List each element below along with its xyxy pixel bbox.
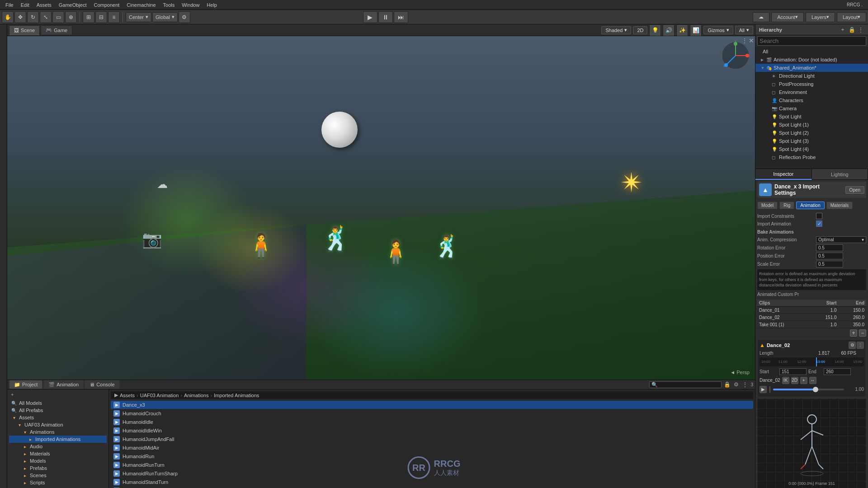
- bread-add-icon[interactable]: ▶: [114, 392, 118, 398]
- tab-lighting[interactable]: Lighting: [812, 169, 868, 180]
- layout-dropdown[interactable]: Layout ▾: [837, 12, 866, 22]
- asset-item-2[interactable]: ▶ HumanoidIdle: [111, 418, 753, 426]
- breadcrumb-imported[interactable]: Imported Animations: [214, 393, 259, 398]
- tab-game[interactable]: 🎮 Game: [41, 25, 72, 35]
- dance02-play-button[interactable]: ▶: [760, 386, 767, 393]
- scale-tool-button[interactable]: ⤡: [40, 11, 52, 23]
- hier-shared-animation[interactable]: ▼ 🎭 Shared_Animation*: [755, 64, 868, 72]
- hier-spot-light-3[interactable]: 💡 Spot Light (3): [755, 137, 868, 145]
- hier-spot-light-2[interactable]: 💡 Spot Light (2): [755, 129, 868, 137]
- import-animation-checkbox[interactable]: ✓: [816, 221, 822, 227]
- hier-camera[interactable]: 📷 Camera: [755, 104, 868, 113]
- dance02-progress-bar[interactable]: [773, 389, 844, 390]
- menu-file[interactable]: File: [2, 0, 17, 10]
- tab-inspector[interactable]: Inspector: [755, 169, 812, 180]
- lock-icon[interactable]: 🔒: [723, 381, 731, 388]
- breadcrumb-animations[interactable]: Animations: [184, 393, 208, 398]
- viewport-menu-icon[interactable]: ⋮: [741, 37, 748, 44]
- menu-component[interactable]: Component: [90, 0, 123, 10]
- hierarchy-add-icon[interactable]: +: [839, 26, 846, 33]
- cloud-collab-button[interactable]: ☁: [753, 12, 769, 22]
- dance02-add-icon[interactable]: +: [800, 377, 807, 384]
- tab-scene[interactable]: 🖼 Scene: [9, 25, 40, 35]
- viewport-gizmo[interactable]: Y X Z: [720, 40, 751, 71]
- proj-models[interactable]: ▸ Models: [9, 457, 107, 465]
- asset-item-4[interactable]: ▶ HumanoidJumpAndFall: [111, 435, 753, 443]
- clips-add-button[interactable]: +: [850, 329, 857, 337]
- menu-cinemachine[interactable]: Cinemachine: [123, 0, 159, 10]
- proj-prefabs[interactable]: ▸ Prefabs: [9, 465, 107, 472]
- breadcrumb-uaf03[interactable]: UAF03 Animation: [140, 393, 179, 398]
- proj-all-models[interactable]: 🔍 All Models: [9, 399, 107, 407]
- rect-tool-button[interactable]: ▭: [52, 11, 64, 23]
- 2d-button-small[interactable]: 2D: [791, 377, 798, 384]
- audio-toggle-button[interactable]: 🔊: [663, 24, 675, 36]
- shaded-dropdown[interactable]: Shaded ▾: [601, 26, 631, 34]
- end-input[interactable]: [824, 368, 851, 375]
- snap-button[interactable]: ⊞: [83, 11, 94, 23]
- viewport[interactable]: 🧍 🕺 🧍 🕺 ✴ 📷 ☁: [7, 36, 755, 380]
- hierarchy-search[interactable]: [757, 36, 866, 46]
- scale-error-input[interactable]: [816, 261, 843, 267]
- proj-animations[interactable]: ▾ Animations: [9, 428, 107, 436]
- step-button[interactable]: ⏭: [394, 11, 408, 23]
- global-dropdown[interactable]: Global ▾: [152, 12, 178, 22]
- tab-console[interactable]: 🖥 Console: [85, 380, 119, 389]
- proj-add-button[interactable]: +: [9, 391, 107, 398]
- proj-settings[interactable]: ▸ Settings: [9, 486, 107, 488]
- 2d-button[interactable]: 2D: [633, 26, 647, 34]
- ik-button[interactable]: IK: [782, 377, 789, 384]
- hierarchy-lock-icon[interactable]: 🔒: [848, 26, 855, 33]
- center-dropdown[interactable]: Center ▾: [126, 12, 151, 22]
- start-input[interactable]: [779, 368, 807, 375]
- all-dropdown[interactable]: All ▾: [735, 26, 753, 34]
- stats-toggle-button[interactable]: 📊: [690, 24, 702, 36]
- menu-window[interactable]: Window: [178, 0, 203, 10]
- effects-toggle-button[interactable]: ✨: [676, 24, 688, 36]
- hier-spot-light-1[interactable]: 💡 Spot Light (1): [755, 121, 868, 129]
- proj-audio[interactable]: ▸ Audio: [9, 443, 107, 450]
- dance02-settings-icon[interactable]: ⚙: [849, 342, 856, 349]
- asset-item-5[interactable]: ▶ HumanoidMidAir: [111, 444, 753, 452]
- play-button[interactable]: ▶: [363, 11, 377, 23]
- hier-postprocessing[interactable]: ◻ PostProcessing: [755, 80, 868, 88]
- asset-item-1[interactable]: ▶ HumanoidCrouch: [111, 409, 753, 418]
- hier-animation-door[interactable]: ▶ 🎬 Animation: Door (not loaded): [755, 56, 868, 64]
- menu-gameobject[interactable]: GameObject: [55, 0, 90, 10]
- model-tab-rig[interactable]: Rig: [779, 202, 794, 209]
- open-button[interactable]: Open: [845, 186, 864, 194]
- custom-tool-button[interactable]: ⚙: [179, 11, 190, 23]
- hier-spot-light[interactable]: 💡 Spot Light: [755, 113, 868, 121]
- dance02-timeline[interactable]: 10:00 11:00 12:00 13:00 14:00 15:00: [760, 357, 864, 366]
- hierarchy-more-icon[interactable]: ⋮: [857, 26, 864, 33]
- asset-item-0[interactable]: ▶ Dance_x3: [111, 401, 753, 409]
- menu-edit[interactable]: Edit: [17, 0, 33, 10]
- proj-scenes[interactable]: ▸ Scenes: [9, 472, 107, 479]
- proj-materials[interactable]: ▸ Materials: [9, 450, 107, 457]
- hand-tool-button[interactable]: ✋: [2, 11, 14, 23]
- viewport-close-icon[interactable]: ✕: [749, 37, 754, 44]
- hier-characters[interactable]: 👤 Characters: [755, 96, 868, 104]
- progress-thumb[interactable]: [813, 387, 818, 392]
- menu-tools[interactable]: Tools: [160, 0, 179, 10]
- hier-spot-light-4[interactable]: 💡 Spot Light (4): [755, 145, 868, 153]
- lighting-toggle-button[interactable]: 💡: [649, 24, 661, 36]
- gizmos-dropdown[interactable]: Gizmos ▾: [703, 26, 733, 34]
- asset-item-9[interactable]: ▶ HumanoidStandTurn: [111, 478, 753, 486]
- clip-row-0[interactable]: Dance_01 1.0 150.0: [757, 306, 866, 314]
- model-tab-animation[interactable]: Animation: [796, 202, 824, 209]
- transform-tool-button[interactable]: ⊕: [65, 11, 77, 23]
- dance02-mirror-icon[interactable]: ↔: [809, 377, 816, 384]
- tab-animation[interactable]: 🎬 Animation: [43, 380, 84, 389]
- breadcrumb-assets[interactable]: Assets: [120, 393, 135, 398]
- account-dropdown[interactable]: Account ▾: [771, 12, 804, 22]
- tab-project[interactable]: 📁 Project: [9, 380, 42, 389]
- clip-row-2[interactable]: Take 001 (1) 1.0 350.0: [757, 321, 866, 328]
- hier-reflection-probe[interactable]: ◻ Reflection Probe: [755, 153, 868, 161]
- import-constraints-checkbox[interactable]: [816, 213, 822, 219]
- hier-directional-light[interactable]: ☀ Directional Light: [755, 72, 868, 80]
- rotate-tool-button[interactable]: ↻: [27, 11, 39, 23]
- layers-dropdown[interactable]: Layers ▾: [806, 12, 835, 22]
- settings-icon[interactable]: ⚙: [732, 381, 740, 388]
- proj-uaf03[interactable]: ▾ UAF03 Animation: [9, 421, 107, 428]
